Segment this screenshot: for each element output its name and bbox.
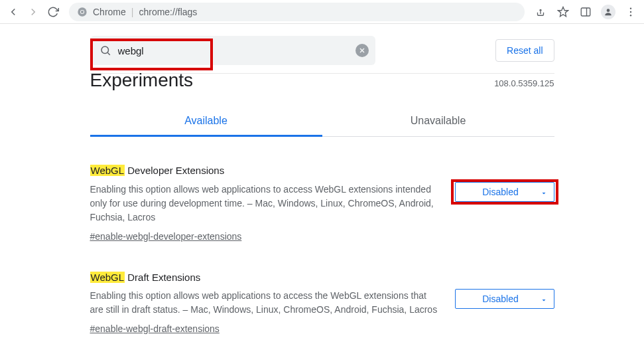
flag-description: Enabling this option allows web applicat… (90, 183, 442, 224)
browser-toolbar: Chrome | chrome://flags (0, 0, 644, 24)
svg-line-10 (107, 52, 109, 54)
chrome-icon (77, 7, 88, 17)
svg-point-7 (630, 11, 631, 12)
flag-title: WebGL Draft Extensions (90, 270, 442, 286)
forward-button[interactable] (24, 3, 42, 21)
flag-hash-link[interactable]: #enable-webgl-draft-extensions (90, 322, 220, 336)
tab-available[interactable]: Available (90, 107, 322, 137)
omnibox-separator: | (131, 7, 134, 17)
svg-point-8 (630, 15, 631, 16)
page-title: Experiments (90, 70, 194, 91)
reset-all-button[interactable]: Reset all (495, 39, 554, 62)
omnibox[interactable]: Chrome | chrome://flags (69, 3, 525, 21)
search-box (90, 36, 375, 65)
toolbar-actions (531, 3, 640, 21)
side-panel-icon[interactable] (576, 3, 595, 21)
svg-point-5 (607, 9, 610, 12)
menu-icon[interactable] (621, 3, 640, 21)
omnibox-url: chrome://flags (139, 7, 197, 17)
svg-point-9 (101, 46, 109, 54)
tab-unavailable[interactable]: Unavailable (322, 107, 554, 137)
flag-state-select[interactable]: Disabled (455, 289, 554, 309)
omnibox-label: Chrome (93, 7, 126, 17)
back-button[interactable] (4, 3, 23, 21)
flag-item: WebGL Developer Extensions Enabling this… (90, 163, 554, 244)
clear-search-icon[interactable] (355, 44, 369, 57)
svg-point-6 (630, 7, 631, 9)
flag-hash-link[interactable]: #enable-webgl-developer-extensions (90, 230, 242, 244)
reload-button[interactable] (44, 3, 62, 21)
svg-point-2 (81, 10, 84, 13)
flag-state-select[interactable]: Disabled (455, 182, 554, 202)
flag-title: WebGL Developer Extensions (90, 163, 442, 179)
tabs: Available Unavailable (90, 107, 554, 137)
flag-description: Enabling this option allows web applicat… (90, 289, 442, 317)
search-icon (99, 44, 111, 56)
profile-avatar[interactable] (599, 3, 617, 21)
search-input[interactable] (118, 45, 349, 56)
flag-item: WebGL Draft Extensions Enabling this opt… (90, 270, 554, 337)
svg-rect-3 (581, 8, 590, 16)
share-icon[interactable] (531, 3, 550, 21)
bookmark-icon[interactable] (554, 3, 572, 21)
flags-page: Reset all Experiments 108.0.5359.125 Ava… (0, 24, 644, 336)
version-label: 108.0.5359.125 (494, 78, 554, 88)
